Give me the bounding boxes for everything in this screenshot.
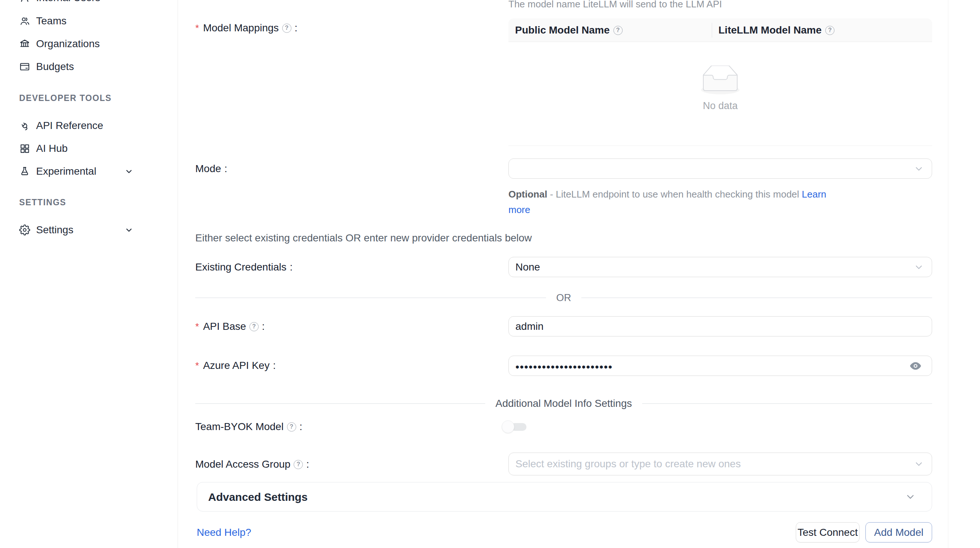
sidebar-item-internal-users[interactable]: Internal Users <box>0 0 169 4</box>
sidebar-item-label: Experimental <box>36 166 96 177</box>
question-circle-icon[interactable]: ? <box>287 422 296 432</box>
sidebar-section-developer-tools: DEVELOPER TOOLS <box>19 93 111 103</box>
azure-api-key-masked-value: •••••••••••••••••••••• <box>515 357 612 377</box>
existing-credentials-select[interactable]: None <box>508 257 932 277</box>
gear-icon <box>19 225 30 236</box>
need-help-link[interactable]: Need Help? <box>197 527 251 538</box>
sidebar-item-label: Organizations <box>36 38 100 50</box>
sidebar-section-settings: SETTINGS <box>19 198 66 207</box>
existing-credentials-value: None <box>515 257 540 277</box>
chevron-down-icon <box>905 492 916 502</box>
team-byok-label: Team-BYOK Model ? : <box>195 421 302 433</box>
bank-icon <box>19 38 30 49</box>
test-connect-button[interactable]: Test Connect <box>796 522 859 542</box>
additional-settings-divider: Additional Model Info Settings <box>195 398 932 409</box>
required-mark: * <box>195 22 199 34</box>
advanced-settings-title: Advanced Settings <box>208 483 308 512</box>
chevron-down-icon <box>124 167 134 176</box>
question-circle-icon[interactable]: ? <box>282 24 291 33</box>
question-circle-icon[interactable]: ? <box>250 322 259 331</box>
sidebar-item-label: Budgets <box>36 61 74 73</box>
add-model-button[interactable]: Add Model <box>865 522 932 542</box>
sidebar-item-label: Settings <box>36 224 73 236</box>
or-divider: OR <box>195 292 932 304</box>
sidebar-item-label: AI Hub <box>36 143 68 155</box>
credentials-note: Either select existing credentials OR en… <box>195 232 532 244</box>
content-right-divider <box>948 0 948 548</box>
required-mark: * <box>195 360 199 371</box>
sidebar-item-label: API Reference <box>36 120 103 132</box>
sidebar-item-budgets[interactable]: Budgets <box>0 61 169 73</box>
flask-icon <box>19 166 30 177</box>
sidebar-item-experimental[interactable]: Experimental <box>0 165 169 178</box>
question-circle-icon[interactable]: ? <box>613 26 623 35</box>
column-header-litellm-model-name: LiteLLM Model Name ? <box>718 18 834 42</box>
api-base-input[interactable]: admin <box>508 316 932 336</box>
advanced-settings-panel[interactable]: Advanced Settings <box>197 482 932 511</box>
model-access-group-placeholder: Select existing groups or type to create… <box>515 453 741 475</box>
sidebar-item-label: Internal Users <box>36 0 100 4</box>
sidebar-item-ai-hub[interactable]: AI Hub <box>0 142 169 155</box>
mode-label: Mode : <box>195 163 228 175</box>
credit-card-icon <box>19 61 30 72</box>
add-model-page: Internal Users Teams Organizations Budge… <box>0 0 980 548</box>
chevron-down-icon <box>914 164 924 174</box>
team-byok-toggle[interactable] <box>502 421 527 433</box>
model-access-group-select[interactable]: Select existing groups or type to create… <box>508 452 932 475</box>
additional-settings-divider-text: Additional Model Info Settings <box>496 398 632 409</box>
column-divider <box>712 23 712 38</box>
toggle-knob <box>502 421 514 433</box>
existing-credentials-label: Existing Credentials : <box>195 261 293 273</box>
sidebar-item-organizations[interactable]: Organizations <box>0 38 169 50</box>
grid-icon <box>19 143 30 154</box>
column-header-public-model-name: Public Model Name ? <box>515 18 623 42</box>
table-empty-state: No data <box>508 65 932 112</box>
chevron-down-icon <box>124 226 134 234</box>
question-circle-icon[interactable]: ? <box>294 460 303 469</box>
sidebar-item-settings[interactable]: Settings <box>0 224 169 236</box>
api-base-label: * API Base ? : <box>195 321 265 332</box>
sidebar-item-label: Teams <box>36 15 66 27</box>
sidebar-item-api-reference[interactable]: API Reference <box>0 119 169 132</box>
required-mark: * <box>195 321 199 332</box>
mode-helper-text: Optional - LiteLLM endpoint to use when … <box>508 186 829 217</box>
azure-api-key-input[interactable]: •••••••••••••••••••••• <box>508 355 932 376</box>
user-icon <box>19 0 30 3</box>
chevron-down-icon <box>914 262 924 272</box>
plug-icon <box>19 120 30 131</box>
chevron-down-icon <box>914 459 924 469</box>
api-base-value: admin <box>515 317 543 336</box>
model-mappings-label: * Model Mappings ? : <box>195 22 298 34</box>
users-icon <box>19 16 30 27</box>
model-name-helper-text: The model name LiteLLM will send to the … <box>508 0 722 10</box>
table-header-row: Public Model Name ? LiteLLM Model Name ? <box>508 18 932 42</box>
mode-select[interactable] <box>508 158 932 179</box>
sidebar-divider <box>178 0 178 548</box>
eye-icon[interactable] <box>909 359 922 373</box>
azure-api-key-label: * Azure API Key : <box>195 360 275 371</box>
model-mappings-table: Public Model Name ? LiteLLM Model Name ?… <box>508 18 932 146</box>
model-access-group-label: Model Access Group ? : <box>195 459 309 470</box>
sidebar-item-teams[interactable]: Teams <box>0 15 169 27</box>
question-circle-icon[interactable]: ? <box>825 26 834 35</box>
or-divider-text: OR <box>556 292 571 304</box>
no-data-text: No data <box>508 100 932 112</box>
empty-box-icon <box>697 65 744 96</box>
